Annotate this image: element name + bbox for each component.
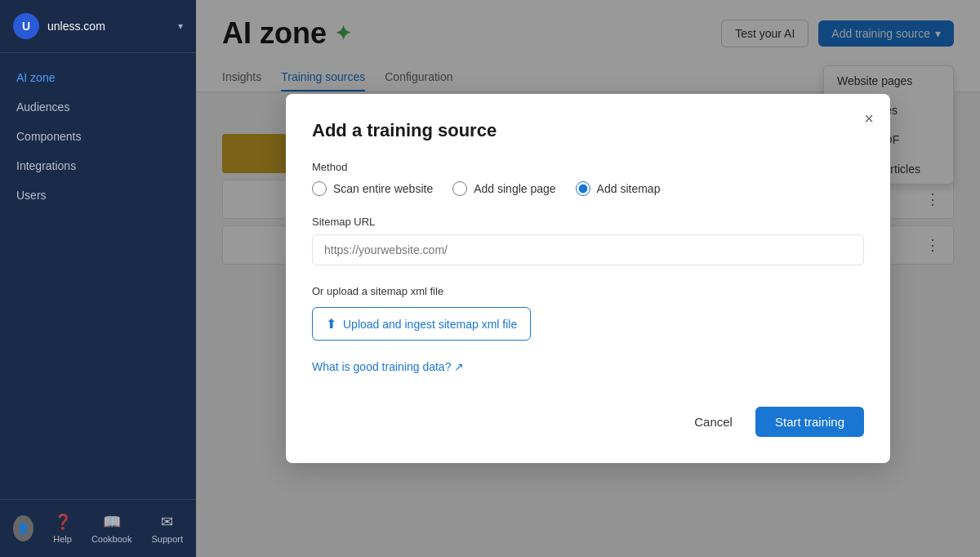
sidebar-bottom-cookbook[interactable]: 📖 Cookbook — [91, 513, 132, 544]
radio-add-sitemap-input[interactable] — [576, 181, 590, 196]
method-radio-group: Scan entire website Add single page Add … — [312, 181, 864, 196]
sidebar-header[interactable]: U unless.com ▾ — [0, 0, 196, 53]
sidebar-bottom: 👤 ❓ Help 📖 Cookbook ✉ Support — [0, 499, 196, 557]
modal-overlay[interactable]: × Add a training source Method Scan enti… — [196, 0, 980, 557]
sidebar-item-integrations[interactable]: Integrations — [0, 151, 196, 180]
method-label: Method — [312, 161, 864, 173]
start-training-button[interactable]: Start training — [755, 407, 864, 437]
org-name: unless.com — [47, 20, 170, 33]
radio-scan-website-input[interactable] — [312, 181, 327, 196]
sidebar-item-audiences[interactable]: Audiences — [0, 92, 196, 122]
upload-button[interactable]: ⬆ Upload and ingest sitemap xml file — [312, 307, 531, 341]
chevron-down-icon: ▾ — [178, 20, 183, 32]
modal-title: Add a training source — [312, 120, 864, 141]
radio-scan-website[interactable]: Scan entire website — [312, 181, 433, 196]
sidebar: U unless.com ▾ AI zone Audiences Compone… — [0, 0, 196, 557]
modal-close-button[interactable]: × — [864, 110, 874, 127]
radio-add-sitemap[interactable]: Add sitemap — [576, 181, 661, 196]
help-link[interactable]: What is good training data? ↗ — [312, 360, 464, 373]
radio-add-single-page[interactable]: Add single page — [452, 181, 555, 196]
sidebar-bottom-help[interactable]: ❓ Help — [53, 513, 72, 544]
upload-label: Or upload a sitemap xml file — [312, 285, 864, 297]
modal: × Add a training source Method Scan enti… — [286, 94, 890, 463]
sidebar-item-users[interactable]: Users — [0, 180, 196, 210]
sitemap-url-label: Sitemap URL — [312, 216, 864, 228]
support-icon: ✉ — [161, 513, 173, 531]
upload-icon: ⬆ — [326, 316, 336, 332]
sitemap-url-input[interactable] — [312, 234, 864, 265]
upload-section: Or upload a sitemap xml file ⬆ Upload an… — [312, 285, 864, 341]
sidebar-item-components[interactable]: Components — [0, 122, 196, 151]
avatar[interactable]: 👤 — [13, 515, 33, 541]
sidebar-item-ai-zone[interactable]: AI zone — [0, 63, 196, 92]
cookbook-icon: 📖 — [103, 513, 121, 531]
help-icon: ❓ — [54, 513, 72, 531]
sidebar-bottom-support[interactable]: ✉ Support — [151, 513, 183, 544]
cancel-button[interactable]: Cancel — [681, 407, 746, 437]
main-content: AI zone ✦ Test your AI Add training sour… — [196, 0, 980, 557]
modal-footer: Cancel Start training — [312, 407, 864, 437]
sidebar-nav: AI zone Audiences Components Integration… — [0, 53, 196, 499]
sidebar-logo: U — [13, 13, 39, 39]
radio-add-single-page-input[interactable] — [452, 181, 467, 196]
external-link-icon: ↗ — [454, 360, 464, 373]
